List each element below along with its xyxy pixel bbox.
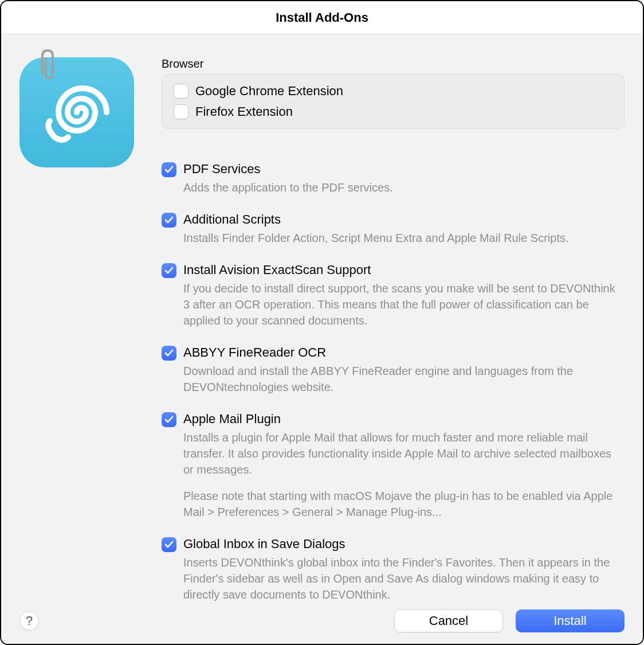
global-inbox-desc: Inserts DEVONthink's global inbox into t… (183, 554, 625, 603)
pdf-services-desc: Adds the application to the PDF services… (183, 179, 625, 196)
option-global-inbox: Global Inbox in Save Dialogs Inserts DEV… (162, 536, 625, 603)
apple-mail-plugin-checkbox[interactable] (162, 412, 176, 427)
apple-mail-plugin-label[interactable]: Apple Mail Plugin (183, 412, 281, 427)
additional-scripts-desc: Installs Finder Folder Action, Script Me… (183, 230, 625, 246)
chrome-extension-label[interactable]: Google Chrome Extension (195, 83, 343, 100)
pdf-services-checkbox[interactable] (162, 162, 176, 177)
icon-column (19, 53, 134, 635)
avision-exactscan-label[interactable]: Install Avision ExactScan Support (183, 263, 371, 277)
titlebar: Install Add-Ons (1, 1, 643, 34)
app-icon (19, 53, 134, 167)
apple-mail-plugin-desc-extra: Please note that starting with macOS Moj… (183, 488, 625, 520)
footer: ? Cancel Install (19, 609, 625, 632)
additional-scripts-checkbox[interactable] (162, 213, 176, 228)
abbyy-finereader-desc: Download and install the ABBYY FineReade… (183, 363, 625, 395)
option-apple-mail-plugin: Apple Mail Plugin Installs a plugin for … (162, 411, 625, 520)
firefox-extension-label[interactable]: Firefox Extension (195, 103, 293, 120)
content-area: Browser Google Chrome Extension Firefox … (1, 34, 643, 644)
apple-mail-plugin-desc: Installs a plugin for Apple Mail that al… (183, 429, 625, 478)
chrome-extension-row: Google Chrome Extension (174, 83, 612, 100)
window-title: Install Add-Ons (276, 10, 368, 25)
cancel-button[interactable]: Cancel (394, 609, 503, 632)
browser-group: Google Chrome Extension Firefox Extensio… (162, 74, 625, 129)
global-inbox-checkbox[interactable] (162, 537, 176, 552)
abbyy-finereader-checkbox[interactable] (162, 346, 176, 361)
global-inbox-label[interactable]: Global Inbox in Save Dialogs (183, 537, 345, 552)
abbyy-finereader-label[interactable]: ABBYY FineReader OCR (183, 345, 326, 360)
install-addons-window: Install Add-Ons Browser Google Chrome Ex… (0, 0, 644, 645)
option-additional-scripts: Additional Scripts Installs Finder Folde… (162, 212, 625, 246)
avision-exactscan-checkbox[interactable] (162, 263, 176, 278)
install-button[interactable]: Install (516, 609, 625, 632)
option-abbyy-finereader: ABBYY FineReader OCR Download and instal… (162, 345, 625, 395)
options-column: Browser Google Chrome Extension Firefox … (162, 53, 625, 635)
browser-section-label: Browser (162, 57, 625, 71)
option-avision-exactscan: Install Avision ExactScan Support If you… (162, 262, 625, 329)
firefox-extension-checkbox[interactable] (174, 104, 189, 119)
additional-scripts-label[interactable]: Additional Scripts (183, 212, 281, 227)
help-button[interactable]: ? (19, 611, 39, 631)
option-pdf-services: PDF Services Adds the application to the… (162, 161, 625, 196)
options-list: PDF Services Adds the application to the… (162, 161, 625, 603)
spiral-icon (34, 69, 120, 155)
avision-exactscan-desc: If you decide to install direct support,… (183, 280, 625, 329)
firefox-extension-row: Firefox Extension (174, 103, 612, 120)
pdf-services-label[interactable]: PDF Services (183, 162, 260, 177)
chrome-extension-checkbox[interactable] (174, 84, 189, 99)
